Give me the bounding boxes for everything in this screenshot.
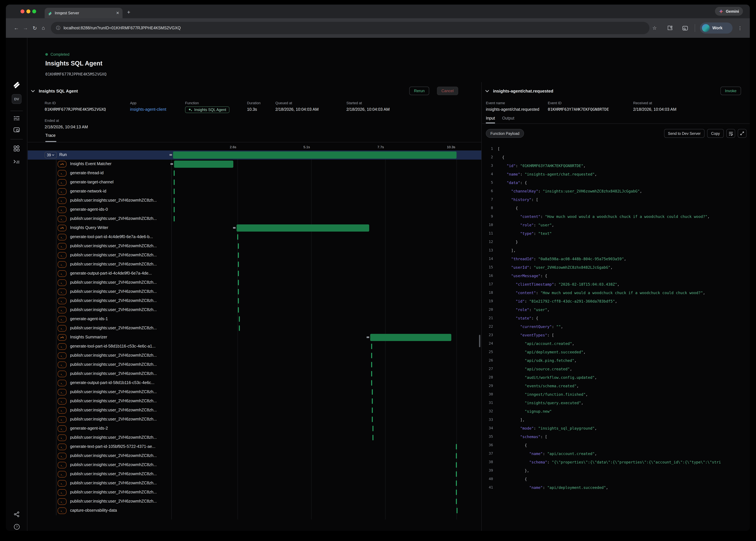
trace-step-row[interactable]: ›_generate-tool-part-id-4c4de9f0-6e7a-4d…: [28, 233, 481, 242]
trace-step-row[interactable]: ›_publish:user:insights:user_2VH6zowmhZC…: [28, 451, 481, 461]
trace-step-row[interactable]: ›_publish:user:insights:user_2VH6zowmhZC…: [28, 406, 481, 415]
step-duration-tick: [238, 289, 239, 294]
trace-step-row[interactable]: ›_publish:user:insights:user_2VH6zowmhZC…: [28, 214, 481, 224]
browser-tab[interactable]: Inngest Server ✕: [45, 8, 123, 18]
trace-step-row[interactable]: Insights Query Writer: [28, 224, 481, 233]
invoke-button[interactable]: Invoke: [720, 87, 741, 95]
gemini-button[interactable]: Gemini: [715, 7, 743, 16]
tab-search-icon[interactable]: [682, 18, 688, 38]
trace-run-row[interactable]: 39 Run: [28, 151, 481, 160]
run-children-badge[interactable]: 39: [45, 152, 57, 158]
trace-step-row[interactable]: ›_publish:user:insights:user_2VH6zowmhZC…: [28, 196, 481, 205]
trace-step-row[interactable]: ›_publish:user:insights:user_2VH6zowmhZC…: [28, 242, 481, 251]
trace-step-row[interactable]: ›_publish:user:insights:user_2VH6zowmhZC…: [28, 351, 481, 360]
minimize-window-button[interactable]: [26, 9, 30, 13]
line-number: 8: [482, 204, 493, 212]
share-icon[interactable]: [6, 511, 27, 517]
sidebar-item-events[interactable]: [6, 127, 27, 133]
line-number: 33: [482, 416, 493, 424]
word-wrap-button[interactable]: [726, 129, 735, 138]
trace-step-row[interactable]: ›_publish:user:insights:user_2VH6zowmhZC…: [28, 287, 481, 296]
run-step-icon: ›_: [58, 407, 67, 414]
function-payload-button[interactable]: Function Payload: [486, 129, 524, 138]
home-icon[interactable]: ⌂: [42, 18, 45, 38]
trace-step-row[interactable]: ›_publish:user:insights:user_2VH6zowmhZC…: [28, 324, 481, 333]
trace-step-row[interactable]: ›_publish:user:insights:user_2VH6zowmhZC…: [28, 360, 481, 369]
trace-step-row[interactable]: ›_publish:user:insights:user_2VH6zowmhZC…: [28, 433, 481, 442]
trace-step-row[interactable]: ›_publish:user:insights:user_2VH6zowmhZC…: [28, 387, 481, 397]
trace-step-row[interactable]: ›_publish:user:insights:user_2VH6zowmhZC…: [28, 415, 481, 424]
collapse-chevron-icon[interactable]: [485, 90, 489, 93]
cancel-button[interactable]: Cancel: [437, 87, 458, 95]
rerun-button[interactable]: Rerun: [409, 87, 429, 95]
tab-title: Inngest Server: [55, 11, 113, 15]
trace-step-row[interactable]: ›_publish:user:insights:user_2VH6zowmhZC…: [28, 369, 481, 378]
trace-step-row[interactable]: ›_generate-thread-id: [28, 169, 481, 178]
sidebar-item-dev-server[interactable]: [6, 159, 27, 165]
trace-step-row[interactable]: ›_generate-text-part-id-105bf925-5722-43…: [28, 442, 481, 451]
tab-output[interactable]: Output: [502, 115, 514, 124]
expand-button[interactable]: [738, 129, 747, 138]
trace-step-row[interactable]: Insights Summarizer: [28, 333, 481, 342]
menu-dots-icon[interactable]: ⋮: [738, 18, 742, 38]
trace-step-row[interactable]: ›_capture-observability-data: [28, 506, 481, 515]
function-pill[interactable]: Insights SQL Agent: [185, 107, 230, 113]
app-link[interactable]: insights-agent-client: [130, 107, 166, 112]
trace-step-row[interactable]: ›_publish:user:insights:user_2VH6zowmhZC…: [28, 497, 481, 506]
profile-button[interactable]: Work: [700, 22, 733, 34]
line-content: [: [493, 145, 500, 153]
back-icon[interactable]: ←: [14, 18, 19, 38]
step-duration-tick: [174, 207, 175, 212]
help-icon[interactable]: ?: [6, 524, 27, 530]
app-avatar[interactable]: DV: [6, 94, 27, 104]
trace-step-row[interactable]: ›_generate-agent-ids-1: [28, 314, 481, 324]
trace-step-row[interactable]: ›_generate-target-channel: [28, 178, 481, 187]
trace-step-row[interactable]: ›_publish:user:insights:user_2VH6zowmhZC…: [28, 488, 481, 497]
tab-input[interactable]: Input: [486, 115, 495, 124]
trace-step-row[interactable]: ›_generate-agent-ids-0: [28, 205, 481, 214]
trace-step-row[interactable]: ›_publish:user:insights:user_2VH6zowmhZC…: [28, 479, 481, 488]
trace-step-row[interactable]: ›_publish:user:insights:user_2VH6zowmhZC…: [28, 296, 481, 305]
run-step-icon: ›_: [58, 471, 67, 477]
close-tab-icon[interactable]: ✕: [116, 11, 119, 15]
trace-scrollbar[interactable]: [479, 335, 480, 347]
site-info-icon[interactable]: ⓘ: [56, 25, 60, 31]
line-content: "inngest/function.finished",: [493, 390, 588, 399]
inngest-logo-icon[interactable]: [6, 80, 27, 89]
bookmark-star-icon[interactable]: ☆: [652, 18, 657, 38]
trace-step-row[interactable]: ›_publish:user:insights:user_2VH6zowmhZC…: [28, 305, 481, 314]
sidebar-item-runs[interactable]: [6, 115, 27, 121]
run-step-icon: ›_: [58, 389, 67, 395]
trace-step-row[interactable]: Insights Event Matcher: [28, 160, 481, 169]
payload-code-editor[interactable]: 1[2 {3 "id": "01KHRMF63Y7AHK7EKFQGN8RTDE…: [482, 145, 750, 531]
extensions-icon[interactable]: [667, 18, 673, 38]
step-name: capture-observability-data: [70, 508, 169, 513]
trace-step-row[interactable]: ›_publish:user:insights:user_2VH6zowmhZC…: [28, 461, 481, 470]
trace-step-row[interactable]: ›_publish:user:insights:user_2VH6zowmhZC…: [28, 260, 481, 269]
trace-step-row[interactable]: ›_publish:user:insights:user_2VH6zowmhZC…: [28, 397, 481, 406]
send-to-dev-server-button[interactable]: Send to Dev Server: [664, 129, 705, 138]
copy-button[interactable]: Copy: [707, 129, 724, 138]
forward-icon[interactable]: →: [23, 18, 28, 38]
trace-step-row[interactable]: ›_generate-network-id: [28, 187, 481, 196]
collapse-chevron-icon[interactable]: [31, 90, 35, 93]
step-name: Insights Summarizer: [70, 335, 169, 339]
panel-divider[interactable]: [481, 82, 482, 531]
zoom-window-button[interactable]: [32, 9, 36, 13]
reload-icon[interactable]: ↻: [33, 18, 37, 38]
run-step-icon: ›_: [58, 316, 67, 322]
trace-step-row[interactable]: ›_publish:user:insights:user_2VH6zowmhZC…: [28, 251, 481, 260]
close-window-button[interactable]: [21, 9, 24, 13]
trace-step-row[interactable]: ›_generate-output-part-id-4c4de9f0-6e7a-…: [28, 269, 481, 278]
line-content: },: [493, 466, 529, 475]
address-bar[interactable]: ⓘ localhost:8288/run?runID=01KHRMF677RJP…: [51, 22, 649, 34]
timeline-tick-label: 2.6s: [227, 145, 236, 149]
trace-step-row[interactable]: ›_generate-agent-ids-2: [28, 424, 481, 433]
new-tab-button[interactable]: +: [127, 9, 130, 16]
tab-trace[interactable]: Trace: [45, 133, 56, 138]
trace-step-row[interactable]: ›_publish:user:insights:user_2VH6zowmhZC…: [28, 278, 481, 287]
trace-step-row[interactable]: ›_generate-output-part-id-58d1b116-c53c-…: [28, 378, 481, 387]
sidebar-item-apps[interactable]: [6, 145, 27, 152]
trace-step-row[interactable]: ›_generate-tool-part-id-58d1b116-c53c-4e…: [28, 342, 481, 351]
trace-step-row[interactable]: ›_publish:user:insights:user_2VH6zowmhZC…: [28, 470, 481, 479]
